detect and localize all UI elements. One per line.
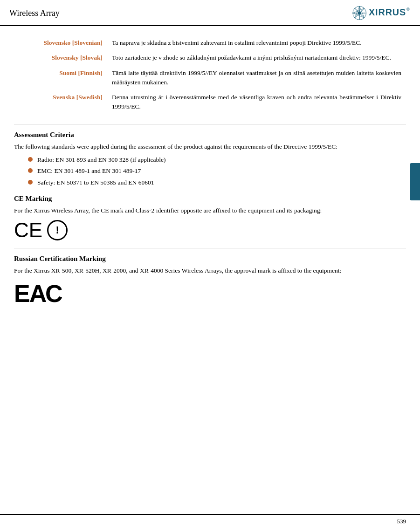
bullet-dot <box>28 168 33 173</box>
russian-cert-section: Russian Certification Marking For the Xi… <box>14 255 406 308</box>
logo-container: XIRRUS ® <box>352 5 411 21</box>
main-content: Slovensko [Slovenian] Ta naprava je skla… <box>0 26 420 324</box>
assessment-list: Radio: EN 301 893 and EN 300 328 (if app… <box>28 155 406 187</box>
svg-text:XIRRUS: XIRRUS <box>369 7 406 17</box>
right-tab-decoration <box>410 163 420 200</box>
language-row: Suomi [Finnish] Tämä laite täyttää direk… <box>14 66 406 90</box>
language-text: Tämä laite täyttää direktiivin 1999/5//E… <box>107 66 406 90</box>
list-item-text: Safety: EN 50371 to EN 50385 and EN 6060… <box>37 178 154 187</box>
page-header: Wireless Array XIRRUS ® <box>0 0 420 26</box>
language-text: Ta naprava je skladna z bistvenimi zahte… <box>107 35 406 50</box>
assessment-heading: Assessment Criteria <box>14 131 406 139</box>
bullet-dot <box>28 157 33 162</box>
page-footer: 539 <box>0 514 420 528</box>
assessment-intro: The following standards were applied dur… <box>14 142 406 152</box>
ce-symbols: CE ! <box>14 220 406 240</box>
ce-heading: CE Marking <box>14 195 406 203</box>
eac-mark-symbol: ЕАС <box>14 280 406 308</box>
language-label: Suomi [Finnish] <box>14 66 107 90</box>
list-item-text: EMC: EN 301 489-1 and EN 301 489-17 <box>37 166 141 176</box>
page-title: Wireless Array <box>9 8 60 18</box>
list-item: Radio: EN 301 893 and EN 300 328 (if app… <box>28 155 406 165</box>
page-number: 539 <box>397 518 406 525</box>
xirrus-logo: XIRRUS ® <box>352 5 411 21</box>
divider2 <box>14 248 406 248</box>
svg-text:®: ® <box>406 7 410 12</box>
russian-text: For the Xirrus XR-500, XR-520H, XR-2000,… <box>14 266 406 276</box>
ce-marking-section: CE Marking For the Xirrus Wireless Array… <box>14 195 406 241</box>
list-item: EMC: EN 301 489-1 and EN 301 489-17 <box>28 166 406 176</box>
language-row: Slovensko [Slovenian] Ta naprava je skla… <box>14 35 406 50</box>
language-table: Slovensko [Slovenian] Ta naprava je skla… <box>14 35 406 115</box>
assessment-section: Assessment Criteria The following standa… <box>14 131 406 187</box>
language-row: Slovensky [Slovak] Toto zariadenie je v … <box>14 50 406 65</box>
language-label: Svenska [Swedish] <box>14 90 107 115</box>
language-label: Slovensky [Slovak] <box>14 50 107 65</box>
svg-point-9 <box>358 11 361 14</box>
language-label: Slovensko [Slovenian] <box>14 35 107 50</box>
divider <box>14 124 406 124</box>
list-item: Safety: EN 50371 to EN 50385 and EN 6060… <box>28 178 406 187</box>
language-text: Denna utrustning är i överensstämmelse m… <box>107 90 406 115</box>
ce-mark-symbol: CE <box>14 220 42 240</box>
bullet-dot <box>28 180 33 185</box>
language-text: Toto zariadenie je v zhode so základnými… <box>107 50 406 65</box>
class2-mark-symbol: ! <box>47 220 68 240</box>
ce-text: For the Xirrus Wireless Array, the CE ma… <box>14 206 406 216</box>
russian-heading: Russian Certification Marking <box>14 255 406 263</box>
language-row: Svenska [Swedish] Denna utrustning är i … <box>14 90 406 115</box>
list-item-text: Radio: EN 301 893 and EN 300 328 (if app… <box>37 155 166 165</box>
